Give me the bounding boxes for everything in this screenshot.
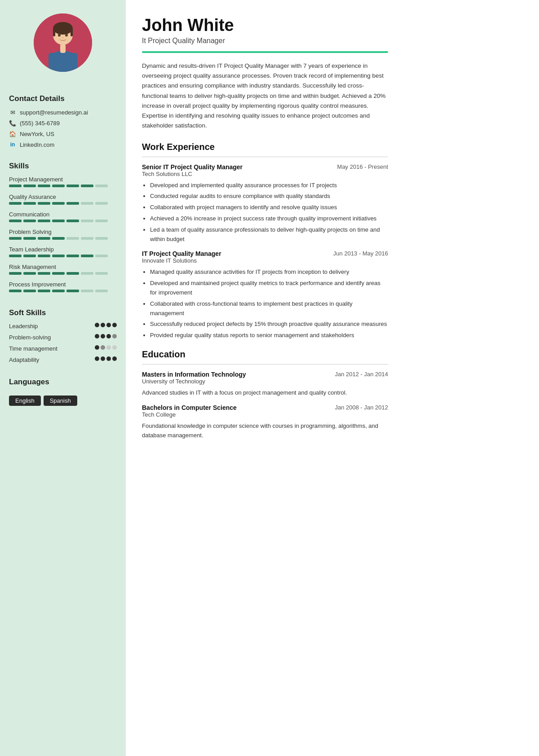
skill-name: Team Leadership	[9, 246, 108, 253]
skill-segment	[23, 272, 36, 275]
main-content: John White It Project Quality Manager Dy…	[126, 0, 404, 756]
job-title-name: Senior IT Project Quality Manager	[142, 163, 243, 171]
skill-item: Risk Management	[9, 264, 108, 275]
dot-empty	[112, 345, 117, 350]
skill-segment	[95, 220, 108, 222]
phone-icon: 📞	[9, 119, 16, 127]
svg-rect-4	[71, 28, 73, 36]
edu-header: Bachelors in Computer ScienceJan 2008 - …	[142, 404, 388, 411]
linkedin-value: LinkedIn.com	[20, 141, 54, 148]
skill-name: Process Improvement	[9, 281, 108, 288]
svg-point-6	[65, 34, 68, 37]
dot-filled	[106, 323, 111, 327]
languages-title: Languages	[9, 378, 49, 387]
bullet-item: Collaborated with cross-functional teams…	[150, 299, 388, 318]
dots-container	[95, 345, 117, 350]
degree-name: Bachelors in Computer Science	[142, 404, 237, 411]
skill-segment	[38, 237, 50, 240]
skill-segment	[52, 237, 65, 240]
skill-segment	[38, 220, 50, 222]
skill-name: Problem Solving	[9, 229, 108, 235]
skills-title: Skills	[9, 162, 29, 171]
skill-segment	[66, 202, 79, 205]
bullet-item: Led a team of quality assurance professi…	[150, 225, 388, 244]
dot-empty	[106, 345, 111, 350]
linkedin-item: in LinkedIn.com	[9, 141, 54, 148]
skill-bar-track	[9, 202, 108, 205]
skill-segment	[95, 237, 108, 240]
languages-container: EnglishSpanish	[9, 392, 80, 406]
location-item: 🏠 NewYork, US	[9, 130, 54, 137]
skill-segment	[81, 202, 93, 205]
education-entry: Bachelors in Computer ScienceJan 2008 - …	[142, 404, 388, 440]
skill-segment	[38, 290, 50, 292]
candidate-name: John White	[142, 16, 388, 35]
svg-rect-9	[49, 53, 77, 72]
skill-segment	[9, 202, 22, 205]
svg-rect-10	[60, 44, 66, 53]
sidebar: Contact Details ✉ support@resumedesign.a…	[0, 0, 126, 756]
soft-skill-item: Time management	[9, 345, 117, 352]
green-divider	[142, 51, 388, 53]
dot-filled	[112, 356, 117, 361]
skill-segment	[81, 220, 93, 222]
job-date: Jun 2013 - May 2016	[333, 250, 388, 257]
dot-half	[112, 334, 117, 338]
skill-segment	[23, 220, 36, 222]
skill-segment	[9, 237, 22, 240]
skill-item: Quality Assurance	[9, 193, 108, 205]
edu-description: Advanced studies in IT with a focus on p…	[142, 388, 388, 398]
work-experience-heading: Work Experience	[142, 142, 388, 152]
avatar-container	[9, 13, 117, 72]
edu-container: Masters in Information TechnologyJan 201…	[142, 371, 388, 440]
candidate-job-title: It Project Quality Manager	[142, 37, 388, 45]
skill-bar-track	[9, 220, 108, 222]
contact-details-title: Contact Details	[9, 94, 65, 103]
skill-segment	[66, 185, 79, 187]
bullet-item: Successfully reduced project defects by …	[150, 320, 388, 329]
skill-segment	[95, 272, 108, 275]
skill-segment	[81, 185, 93, 187]
email-value: support@resumedesign.ai	[20, 109, 88, 116]
skill-segment	[52, 272, 65, 275]
dot-filled	[101, 323, 105, 327]
dots-container	[95, 334, 117, 338]
skill-segment	[23, 185, 36, 187]
skill-segment	[52, 290, 65, 292]
email-item: ✉ support@resumedesign.ai	[9, 109, 88, 116]
soft-skill-item: Adaptability	[9, 356, 117, 363]
skill-segment	[23, 202, 36, 205]
skill-segment	[95, 185, 108, 187]
language-badge: Spanish	[44, 396, 77, 406]
location-value: NewYork, US	[20, 131, 54, 137]
skill-segment	[66, 255, 79, 257]
svg-point-2	[53, 22, 73, 35]
bullet-list: Managed quality assurance activities for…	[142, 268, 388, 340]
skill-segment	[38, 185, 50, 187]
soft-skill-name: Leadership	[9, 323, 95, 330]
bullet-item: Developed and implemented quality assura…	[150, 181, 388, 190]
dot-filled	[106, 356, 111, 361]
skill-segment	[52, 202, 65, 205]
skill-segment	[66, 272, 79, 275]
edu-divider	[142, 364, 388, 365]
soft-skill-name: Adaptability	[9, 356, 95, 363]
skill-segment	[66, 237, 79, 240]
skill-segment	[81, 255, 93, 257]
svg-point-7	[62, 37, 64, 39]
linkedin-icon: in	[9, 141, 16, 148]
skill-bar-track	[9, 290, 108, 292]
education-entry: Masters in Information TechnologyJan 201…	[142, 371, 388, 398]
edu-date: Jan 2008 - Jan 2012	[335, 404, 388, 411]
skill-segment	[52, 185, 65, 187]
soft-skills-title: Soft Skills	[9, 308, 46, 317]
skill-segment	[23, 290, 36, 292]
dot-filled	[95, 356, 99, 361]
dot-filled	[101, 334, 105, 338]
school-name: University of Technology	[142, 378, 388, 385]
education-heading: Education	[142, 349, 388, 360]
edu-header: Masters in Information TechnologyJan 201…	[142, 371, 388, 378]
skill-segment	[81, 272, 93, 275]
bullet-item: Achieved a 20% increase in project succe…	[150, 214, 388, 224]
email-icon: ✉	[9, 109, 16, 116]
